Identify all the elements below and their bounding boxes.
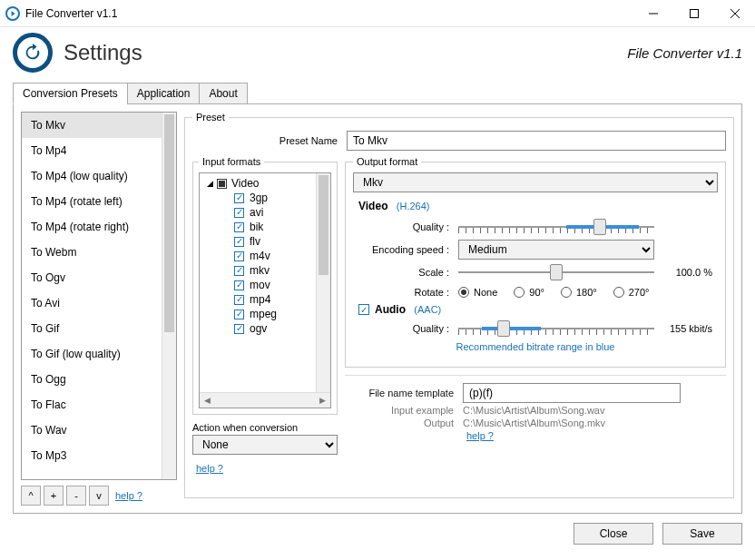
close-dialog-button[interactable]: Close (574, 523, 653, 545)
checkbox[interactable]: ✓ (234, 309, 244, 319)
app-name-version: File Converter v1.1 (627, 45, 742, 61)
content: To MkvTo Mp4To Mp4 (low quality)To Mp4 (… (13, 103, 742, 514)
tristate-checkbox[interactable] (217, 179, 227, 189)
tree-item-label: flv (250, 235, 260, 248)
checkbox[interactable]: ✓ (234, 208, 244, 218)
save-button[interactable]: Save (662, 523, 742, 545)
output-example-label: Output (345, 418, 454, 428)
preset-name-label: Preset Name (192, 135, 338, 146)
audio-quality-value: 155 kbit/s (662, 323, 712, 334)
audio-checkbox[interactable]: ✓ (358, 304, 369, 315)
checkbox[interactable]: ✓ (234, 222, 244, 232)
audio-quality-slider[interactable] (458, 318, 654, 339)
action-help-link[interactable]: help ? (196, 463, 223, 474)
preset-item[interactable]: To Flac (22, 392, 176, 418)
close-icon (730, 9, 740, 18)
preset-item[interactable]: To Mp4 (rotate left) (22, 189, 176, 214)
preset-item[interactable]: To Webm (22, 240, 176, 265)
output-format-select[interactable]: Mkv (353, 172, 718, 192)
tree-item-label: mpeg (250, 308, 277, 320)
video-codec: (H.264) (397, 201, 430, 211)
scale-slider[interactable] (458, 261, 654, 283)
tree-item-label: m4v (250, 250, 270, 262)
checkbox[interactable]: ✓ (234, 251, 244, 261)
input-formats-col: Input formats ◢Video✓3gp✓avi✓bik✓flv✓m4v… (192, 156, 338, 490)
window-buttons (632, 0, 755, 27)
scrollbar-thumb[interactable] (164, 114, 174, 332)
input-formats-scrollbar[interactable] (316, 173, 330, 392)
checkbox[interactable]: ✓ (234, 266, 244, 276)
preset-list-scrollbar[interactable] (162, 113, 176, 479)
radio-icon (514, 287, 525, 298)
input-example-value: C:\Music\Artist\Album\Song.wav (463, 405, 605, 416)
rotate-option-label: 90° (529, 287, 544, 298)
file-name-template-input[interactable] (463, 383, 681, 403)
preset-item[interactable]: To Mp4 (rotate right) (22, 214, 176, 240)
preset-item[interactable]: To Avi (22, 290, 176, 316)
tree-item-label: mp4 (250, 293, 270, 306)
preset-item[interactable]: To Gif (low quality) (22, 341, 176, 367)
scrollbar-thumb[interactable] (319, 175, 328, 275)
footer: Close Save (0, 519, 755, 545)
input-formats-hscrollbar[interactable]: ◀ ▶ (200, 392, 330, 408)
input-formats-label: Input formats (199, 156, 264, 167)
tree-item-label: mov (250, 279, 270, 291)
video-quality-slider[interactable] (458, 216, 654, 238)
rotate-option[interactable]: None (458, 287, 497, 298)
remove-preset-button[interactable]: - (66, 486, 86, 506)
scroll-left-icon[interactable]: ◀ (200, 393, 215, 408)
tab-about[interactable]: About (199, 83, 247, 104)
preset-item[interactable]: To Gif (22, 316, 176, 341)
radio-icon (458, 287, 469, 298)
checkbox[interactable]: ✓ (234, 280, 244, 290)
tree-root-video[interactable]: ◢Video (207, 177, 330, 190)
rotate-option[interactable]: 90° (514, 287, 544, 298)
move-down-button[interactable]: v (89, 486, 109, 506)
preset-list[interactable]: To MkvTo Mp4To Mp4 (low quality)To Mp4 (… (21, 112, 177, 480)
preset-item[interactable]: To Mp4 (22, 138, 176, 163)
preset-detail: Preset Preset Name Input formats ◢Video✓… (184, 112, 734, 506)
preset-name-input[interactable] (347, 131, 726, 151)
encoding-speed-select[interactable]: Medium (458, 240, 654, 260)
slider-thumb[interactable] (550, 264, 563, 280)
output-format-group: Output format Mkv Video (H.264) Quality … (345, 156, 726, 368)
preset-item[interactable]: To Mkv (22, 113, 176, 138)
slider-thumb[interactable] (497, 320, 510, 337)
move-up-button[interactable]: ^ (21, 486, 41, 506)
app-logo-icon (13, 33, 53, 73)
checkbox[interactable]: ✓ (234, 324, 244, 334)
input-formats-tree[interactable]: ◢Video✓3gp✓avi✓bik✓flv✓m4v✓mkv✓mov✓mp4✓m… (199, 172, 331, 408)
encoding-speed-label: Encoding speed : (358, 244, 449, 255)
close-button[interactable] (714, 0, 755, 27)
tab-application[interactable]: Application (127, 83, 201, 104)
preset-help-link[interactable]: help ? (115, 490, 142, 501)
titlebar: File Converter v1.1 (0, 0, 755, 27)
tree-item-label: 3gp (250, 192, 268, 204)
scale-value: 100.0 % (662, 267, 712, 278)
minimize-button[interactable] (632, 0, 673, 27)
preset-item[interactable]: To Mp4 (low quality) (22, 163, 176, 189)
rotate-option[interactable]: 180° (561, 287, 597, 298)
checkbox[interactable]: ✓ (234, 193, 244, 203)
maximize-button[interactable] (673, 0, 714, 27)
preset-item[interactable]: To Mp3 (22, 443, 176, 468)
checkbox[interactable]: ✓ (234, 237, 244, 247)
add-preset-button[interactable]: + (44, 486, 64, 506)
video-label-text: Video (358, 200, 387, 212)
slider-thumb[interactable] (593, 219, 606, 235)
template-help-link[interactable]: help ? (466, 430, 494, 441)
tree-item-label: bik (250, 221, 263, 233)
scroll-right-icon[interactable]: ▶ (315, 393, 330, 408)
rotate-option[interactable]: 270° (613, 287, 650, 298)
action-when-conversion-select[interactable]: None (192, 435, 338, 455)
preset-item[interactable]: To Ogv (22, 265, 176, 290)
preset-item[interactable]: To Ogg (22, 367, 176, 392)
checkbox[interactable]: ✓ (234, 295, 244, 305)
preset-group-label: Preset (192, 112, 229, 123)
svg-rect-1 (690, 9, 698, 17)
tab-conversion-presets[interactable]: Conversion Presets (13, 83, 128, 104)
preset-item[interactable]: To Wav (22, 418, 176, 443)
audio-quality-label: Quality : (358, 323, 449, 334)
app-icon (5, 6, 20, 21)
minimize-icon (649, 9, 658, 18)
